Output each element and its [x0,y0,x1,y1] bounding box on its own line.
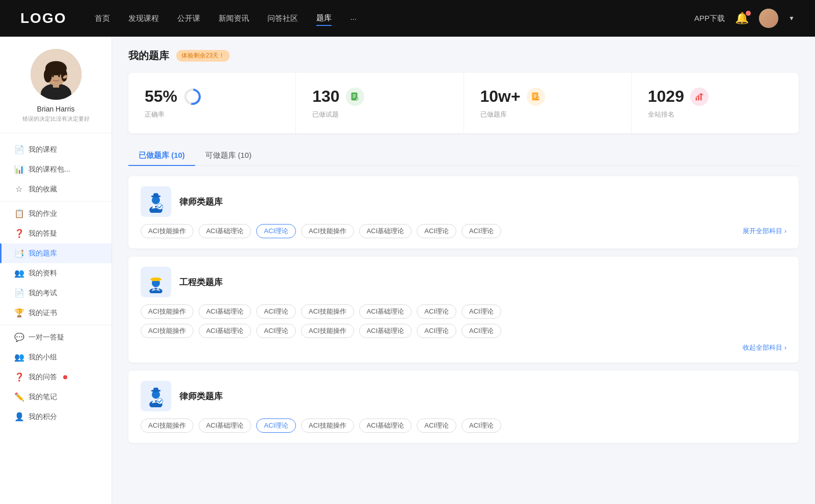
tag-lawyer-2-1[interactable]: ACI基础理论 [199,418,252,433]
expand-link-lawyer-1[interactable]: 展开全部科目 › [743,227,786,236]
stat-top-accuracy: 55% [145,87,279,106]
tag-lawyer-1-4[interactable]: ACI基础理论 [359,224,412,238]
sidebar-item-points[interactable]: 👤 我的积分 [0,407,112,427]
svg-rect-40 [151,278,160,281]
stat-card-rank: 1029 全站排名 [632,73,799,133]
tag-lawyer-2-2[interactable]: ACI理论 [256,418,296,433]
bank-name-lawyer-2: 律师类题库 [179,390,223,402]
tag-lawyer-1-5[interactable]: ACI理论 [417,224,456,238]
tag-eng-4[interactable]: ACI基础理论 [359,304,412,319]
collapse-link-engineer[interactable]: 收起全部科目 › [141,343,786,352]
sidebar-item-course[interactable]: 📄 我的课程 [0,139,112,159]
sidebar-item-1v1[interactable]: 💬 一对一答疑 [0,327,112,347]
stats-row: 55% 正确率 130 [128,73,799,133]
tag-lawyer-2-3[interactable]: ACI技能操作 [301,418,354,433]
tag-lawyer-1-3[interactable]: ACI技能操作 [301,224,354,238]
tab-done-banks[interactable]: 已做题库 (10) [128,146,195,165]
stat-top-bank-done: 10w+ [480,87,615,106]
tag-eng-6[interactable]: ACI理论 [461,304,501,319]
favorites-icon: ☆ [14,184,23,194]
sidebar-profile: Brian Harris 错误的决定比没有决定要好 [0,49,112,133]
tag-eng-r2-3[interactable]: ACI技能操作 [301,324,354,338]
sidebar-item-question-bank[interactable]: 📑 我的题库 [0,243,112,263]
nav-item-qa[interactable]: 问答社区 [267,12,298,25]
notes-icon: ✏️ [14,392,23,402]
tag-lawyer-2-6[interactable]: ACI理论 [461,418,501,433]
main-layout: Brian Harris 错误的决定比没有决定要好 📄 我的课程 📊 我的课程包… [0,37,815,504]
tag-lawyer-1-0[interactable]: ACI技能操作 [141,224,194,238]
donut-chart-icon [183,88,202,106]
tag-lawyer-1-6[interactable]: ACI理论 [461,224,501,238]
tag-eng-r2-4[interactable]: ACI基础理论 [359,324,412,338]
course-pack-icon: 📊 [14,164,23,174]
tag-lawyer-1-1[interactable]: ACI基础理论 [199,224,252,238]
notification-bell[interactable]: 🔔 [735,12,749,25]
stat-label-accuracy: 正确率 [145,110,279,119]
app-download-link[interactable]: APP下载 [694,14,725,23]
sidebar-item-group[interactable]: 👥 我的小组 [0,347,112,367]
sidebar-item-favorites[interactable]: ☆ 我的收藏 [0,179,112,199]
user-avatar[interactable] [759,9,778,28]
sidebar-item-1v1-label: 一对一答疑 [29,333,64,342]
tag-lawyer-2-4[interactable]: ACI基础理论 [359,418,412,433]
svg-rect-15 [352,94,356,95]
bank-card-lawyer-1: 律师类题库 ACI技能操作 ACI基础理论 ACI理论 ACI技能操作 ACI基… [128,176,799,248]
qa-icon: ❓ [14,229,23,238]
nav-right: APP下载 🔔 ▼ [694,9,795,28]
sidebar-item-qa[interactable]: ❓ 我的答疑 [0,223,112,243]
tab-available-banks[interactable]: 可做题库 (10) [195,146,262,165]
1v1-icon: 💬 [14,332,23,342]
tag-eng-r2-0[interactable]: ACI技能操作 [141,324,194,338]
tag-eng-r2-2[interactable]: ACI理论 [256,324,296,338]
sidebar-item-notes-label: 我的笔记 [29,393,57,402]
user-menu-chevron[interactable]: ▼ [789,15,795,22]
sidebar-item-my-qa[interactable]: ❓ 我的问答 [0,367,112,387]
tag-eng-1[interactable]: ACI基础理论 [199,304,252,319]
bell-badge [746,11,751,16]
svg-rect-27 [698,96,699,100]
bank-card-header-lawyer-1: 律师类题库 [141,186,786,217]
content-area: 我的题库 体验剩余23天！ 55% 正确率 [112,37,815,504]
tag-eng-2[interactable]: ACI理论 [256,304,296,319]
sidebar-item-homework[interactable]: 📋 我的作业 [0,204,112,223]
sidebar-item-notes[interactable]: ✏️ 我的笔记 [0,387,112,407]
sidebar-item-profile[interactable]: 👥 我的资料 [0,263,112,283]
avatar-svg [31,49,82,100]
stat-value-accuracy: 55% [145,87,177,106]
nav-item-opencourse[interactable]: 公开课 [177,12,200,25]
sidebar-user-motto: 错误的决定比没有决定要好 [22,115,90,123]
nav-item-bank[interactable]: 题库 [316,11,332,26]
tag-eng-5[interactable]: ACI理论 [417,304,456,319]
sidebar-item-question-bank-label: 我的题库 [29,249,57,258]
trial-badge: 体验剩余23天！ [176,50,230,62]
tag-eng-r2-6[interactable]: ACI理论 [461,324,501,338]
tag-eng-r2-1[interactable]: ACI基础理论 [199,324,252,338]
bank-name-engineer: 工程类题库 [179,276,223,288]
tag-lawyer-2-5[interactable]: ACI理论 [417,418,456,433]
tag-eng-3[interactable]: ACI技能操作 [301,304,354,319]
nav-item-news[interactable]: 新闻资讯 [219,12,249,25]
sidebar-item-certificate[interactable]: 🏆 我的证书 [0,303,112,323]
stat-value-bank-done: 10w+ [480,87,521,106]
tag-eng-r2-5[interactable]: ACI理论 [417,324,456,338]
stat-value-rank: 1029 [648,87,684,106]
tag-lawyer-2-0[interactable]: ACI技能操作 [141,418,194,433]
sidebar-item-course-pack-label: 我的课程包... [29,165,70,174]
exam-icon: 📄 [14,288,23,298]
tag-lawyer-1-2[interactable]: ACI理论 [256,224,296,238]
svg-point-29 [701,94,703,95]
svg-point-8 [58,75,60,77]
certificate-icon: 🏆 [14,308,23,318]
sidebar-item-certificate-label: 我的证书 [29,309,57,318]
sidebar-item-course-pack[interactable]: 📊 我的课程包... [0,159,112,179]
sidebar-item-exam[interactable]: 📄 我的考试 [0,283,112,303]
tag-eng-0[interactable]: ACI技能操作 [141,304,194,319]
tags-row-lawyer-1: ACI技能操作 ACI基础理论 ACI理论 ACI技能操作 ACI基础理论 AC… [141,224,786,238]
nav-item-discover[interactable]: 发现课程 [128,12,159,25]
nav-item-home[interactable]: 首页 [95,12,110,25]
nav-item-more[interactable]: ··· [350,12,357,25]
lawyer-icon-2 [141,381,171,411]
bank-card-header-lawyer-2: 律师类题库 [141,381,786,411]
chart-red-svg [694,91,705,102]
bank-card-engineer: 工程类题库 ACI技能操作 ACI基础理论 ACI理论 ACI技能操作 ACI基… [128,257,799,362]
